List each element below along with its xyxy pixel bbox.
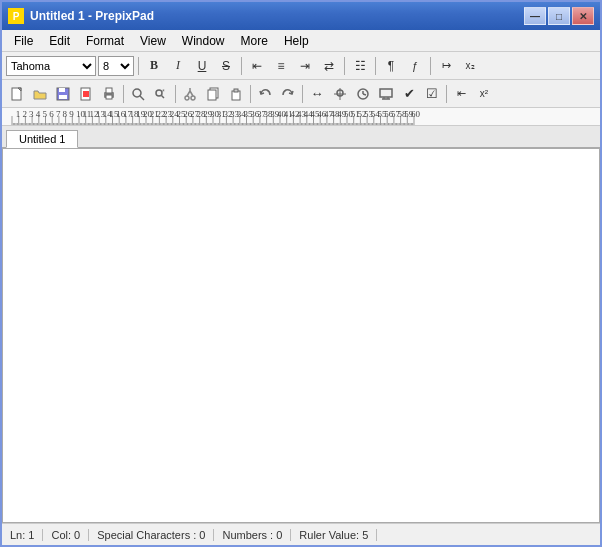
subscript-button[interactable]: x₂ xyxy=(459,56,481,76)
tools-sep3 xyxy=(250,85,251,103)
sep2 xyxy=(241,57,242,75)
tools-sep1 xyxy=(123,85,124,103)
svg-rect-23 xyxy=(208,90,216,100)
new-button[interactable] xyxy=(6,83,28,105)
status-numbers: Numbers : 0 xyxy=(214,529,291,541)
window-title: Untitled 1 - PrepixPad xyxy=(30,9,154,23)
underline-button[interactable]: U xyxy=(191,56,213,76)
title-bar-controls: — □ ✕ xyxy=(524,7,594,25)
svg-rect-11 xyxy=(106,95,112,99)
svg-point-18 xyxy=(191,96,195,100)
cut-button[interactable] xyxy=(179,83,201,105)
svg-rect-32 xyxy=(380,89,392,97)
svg-point-12 xyxy=(133,89,141,97)
align-left-button[interactable]: ⇤ xyxy=(246,56,268,76)
tools-toolbar: * ↔ ✔ ☑ ⇤ x² xyxy=(2,80,600,108)
svg-rect-4 xyxy=(59,95,67,99)
redo-button[interactable] xyxy=(277,83,299,105)
svg-line-20 xyxy=(190,91,193,96)
menu-window[interactable]: Window xyxy=(174,32,233,50)
main-window: P Untitled 1 - PrepixPad — □ ✕ File Edit… xyxy=(0,0,602,547)
copy-button[interactable] xyxy=(202,83,224,105)
font-select[interactable]: Tahoma Arial Times New Roman xyxy=(6,56,96,76)
undo-button[interactable] xyxy=(254,83,276,105)
tools-sep5 xyxy=(446,85,447,103)
svg-rect-10 xyxy=(106,88,112,93)
svg-line-31 xyxy=(363,94,366,95)
app-icon: P xyxy=(8,8,24,24)
paragraph-mark-button[interactable]: ¶ xyxy=(380,56,402,76)
ruler xyxy=(2,108,600,126)
status-col: Col: 0 xyxy=(43,529,89,541)
svg-text:*: * xyxy=(162,88,165,95)
menu-more[interactable]: More xyxy=(233,32,276,50)
svg-line-13 xyxy=(140,96,144,100)
status-ruler: Ruler Value: 5 xyxy=(291,529,377,541)
function-button[interactable]: ƒ xyxy=(404,56,426,76)
svg-rect-3 xyxy=(59,88,65,92)
menu-format[interactable]: Format xyxy=(78,32,132,50)
find-button[interactable] xyxy=(127,83,149,105)
title-bar-left: P Untitled 1 - PrepixPad xyxy=(8,8,154,24)
editor-area[interactable] xyxy=(2,148,600,523)
paste-button[interactable] xyxy=(225,83,247,105)
svg-line-15 xyxy=(162,95,165,98)
clock-button[interactable] xyxy=(352,83,374,105)
indent2-button[interactable]: ⇤ xyxy=(450,83,472,105)
sep5 xyxy=(430,57,431,75)
svg-rect-25 xyxy=(234,89,238,92)
justify-button[interactable]: ⇄ xyxy=(318,56,340,76)
sep1 xyxy=(138,57,139,75)
italic-button[interactable]: I xyxy=(167,56,189,76)
svg-line-19 xyxy=(187,91,190,96)
open-button[interactable] xyxy=(29,83,51,105)
tools-sep2 xyxy=(175,85,176,103)
arrow-button[interactable]: ↔ xyxy=(306,83,328,105)
bold-button[interactable]: B xyxy=(143,56,165,76)
print-button[interactable] xyxy=(98,83,120,105)
status-bar: Ln: 1 Col: 0 Special Characters : 0 Numb… xyxy=(2,523,600,545)
check-button[interactable]: ✔ xyxy=(398,83,420,105)
close-button[interactable]: ✕ xyxy=(572,7,594,25)
align-center-button[interactable]: ≡ xyxy=(270,56,292,76)
location-button[interactable] xyxy=(329,83,351,105)
status-special: Special Characters : 0 xyxy=(89,529,214,541)
menu-file[interactable]: File xyxy=(6,32,41,50)
superscript-button[interactable]: x² xyxy=(473,83,495,105)
tab-bar: Untitled 1 xyxy=(2,126,600,148)
strikethrough-button[interactable]: S xyxy=(215,56,237,76)
minimize-button[interactable]: — xyxy=(524,7,546,25)
title-bar: P Untitled 1 - PrepixPad — □ ✕ xyxy=(2,2,600,30)
menu-view[interactable]: View xyxy=(132,32,174,50)
save-button[interactable] xyxy=(52,83,74,105)
checkbox-button[interactable]: ☑ xyxy=(421,83,443,105)
svg-point-17 xyxy=(185,96,189,100)
find-replace-button[interactable]: * xyxy=(150,83,172,105)
indent-button[interactable]: ↦ xyxy=(435,56,457,76)
menu-edit[interactable]: Edit xyxy=(41,32,78,50)
menu-help[interactable]: Help xyxy=(276,32,317,50)
sep3 xyxy=(344,57,345,75)
align-right-button[interactable]: ⇥ xyxy=(294,56,316,76)
maximize-button[interactable]: □ xyxy=(548,7,570,25)
tab-untitled1[interactable]: Untitled 1 xyxy=(6,130,78,148)
sep4 xyxy=(375,57,376,75)
delete-button[interactable] xyxy=(75,83,97,105)
status-ln: Ln: 1 xyxy=(10,529,43,541)
screen-button[interactable] xyxy=(375,83,397,105)
tools-sep4 xyxy=(302,85,303,103)
bullet-list-button[interactable]: ☷ xyxy=(349,56,371,76)
menu-bar: File Edit Format View Window More Help xyxy=(2,30,600,52)
font-size-select[interactable]: 8 10 12 14 xyxy=(98,56,134,76)
format-toolbar: Tahoma Arial Times New Roman 8 10 12 14 … xyxy=(2,52,600,80)
